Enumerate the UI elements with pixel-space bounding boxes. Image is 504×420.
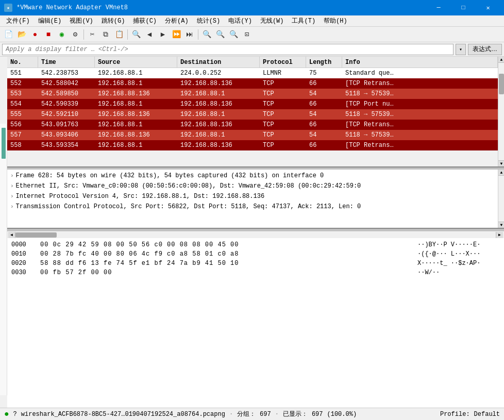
hex-bytes: 00 fb 57 2f 00 00 xyxy=(40,269,409,276)
cell-time: 542.589850 xyxy=(38,89,95,98)
menu-help[interactable]: 帮助(H) xyxy=(320,15,351,26)
minimize-button[interactable]: — xyxy=(427,0,450,15)
status-profile-name: Default xyxy=(474,411,500,418)
hex-h-scrollbar[interactable]: ◀ ▶ xyxy=(7,231,504,238)
tb-zoom-reset[interactable]: 🔍 xyxy=(227,28,240,41)
scroll-down[interactable]: ▼ xyxy=(498,160,504,166)
h-scroll-right[interactable]: ▶ xyxy=(496,232,503,238)
menu-wireless[interactable]: 无线(W) xyxy=(256,15,288,26)
hex-offset: 0000 xyxy=(11,241,32,248)
packet-row[interactable]: 556 543.091763 192.168.88.1 192.168.88.1… xyxy=(7,120,498,130)
tb-new[interactable]: 📄 xyxy=(2,28,14,41)
tb-resize[interactable]: ⊡ xyxy=(241,28,253,41)
menu-file[interactable]: 文件(F) xyxy=(2,15,34,26)
scroll-up[interactable]: ▲ xyxy=(498,57,504,63)
cell-len: 66 xyxy=(306,78,342,88)
tb-jump-end[interactable]: ⏭ xyxy=(183,28,196,41)
tb-zoom-in[interactable]: 🔍 xyxy=(200,28,213,41)
status-sep-1: · xyxy=(229,411,233,418)
cell-src: 192.168.88.1 xyxy=(95,140,177,150)
maximize-button[interactable]: □ xyxy=(451,0,475,15)
status-displayed-label: 已显示： xyxy=(283,410,308,418)
tb-cut[interactable]: ✂ xyxy=(86,28,98,41)
tb-save[interactable]: ● xyxy=(29,28,41,41)
cell-no: 554 xyxy=(7,99,38,109)
header-no: No. xyxy=(7,57,38,68)
close-button[interactable]: ✕ xyxy=(476,0,500,15)
detail-row[interactable]: › Ethernet II, Src: Vmware_c0:00:08 (00:… xyxy=(9,181,497,191)
cell-info: 5118 → 57539… xyxy=(342,130,498,140)
cell-proto: LLMNR xyxy=(260,68,306,78)
detail-scrollbar[interactable]: ▲ ▼ xyxy=(498,170,504,228)
cell-no: 558 xyxy=(7,140,38,150)
header-proto: Protocol xyxy=(260,57,306,68)
cell-time: 542.238753 xyxy=(38,68,95,78)
detail-scroll-up[interactable]: ▲ xyxy=(498,170,504,176)
cell-dst: 192.168.88.136 xyxy=(177,99,260,109)
cell-info: [TCP Retrans… xyxy=(342,78,498,88)
packet-row[interactable]: 555 542.592110 192.168.88.136 192.168.88… xyxy=(7,109,498,120)
tb-back[interactable]: ◀ xyxy=(143,28,156,41)
tb-reload[interactable]: ◉ xyxy=(56,28,68,41)
status-icon-record: ● xyxy=(4,410,9,419)
cell-no: 556 xyxy=(7,120,38,129)
h-scroll-left[interactable]: ◀ xyxy=(8,232,15,238)
menu-stats[interactable]: 统计(S) xyxy=(193,15,225,26)
hex-offset: 0020 xyxy=(11,260,32,267)
packet-row[interactable]: 554 542.590339 192.168.88.1 192.168.88.1… xyxy=(7,99,498,109)
cell-proto: TCP xyxy=(260,130,306,140)
hex-row: 0030 00 fb 57 2f 00 00 ··W/·· xyxy=(11,268,500,277)
packet-rows: 551 542.238753 192.168.88.1 224.0.0.252 … xyxy=(7,68,504,150)
title-bar-left: ★ *VMware Network Adapter VMnet8 xyxy=(4,4,128,12)
menu-view[interactable]: 视图(V) xyxy=(65,15,97,26)
tb-jump[interactable]: ⏩ xyxy=(170,28,182,41)
status-packets-total: 697 xyxy=(260,411,271,418)
tb-forward[interactable]: ▶ xyxy=(157,28,169,41)
cell-dst: 192.168.88.1 xyxy=(177,109,260,119)
cell-src: 192.168.88.1 xyxy=(95,120,177,129)
tb-open[interactable]: 📂 xyxy=(15,28,28,41)
filter-bar: ▾ 表达式… xyxy=(0,42,504,57)
filter-dropdown[interactable]: ▾ xyxy=(456,44,466,55)
header-len: Length xyxy=(306,57,342,68)
filter-expr-button[interactable]: 表达式… xyxy=(468,44,502,55)
status-displayed-pct: (100.0%) xyxy=(327,411,357,418)
cell-info: Standard que… xyxy=(342,68,498,78)
cell-dst: 192.168.88.1 xyxy=(177,130,260,140)
menu-jump[interactable]: 跳转(G) xyxy=(97,15,129,26)
menu-phone[interactable]: 电话(Y) xyxy=(224,15,256,26)
menu-tools[interactable]: 工具(T) xyxy=(288,15,320,26)
tb-settings[interactable]: ⚙ xyxy=(69,28,81,41)
packet-row[interactable]: 552 542.588042 192.168.88.1 192.168.88.1… xyxy=(7,78,498,89)
cell-no: 553 xyxy=(7,89,38,98)
detail-row[interactable]: › Frame 628: 54 bytes on wire (432 bits)… xyxy=(9,171,497,181)
tb-close[interactable]: ■ xyxy=(42,28,55,41)
detail-row[interactable]: › Transmission Control Protocol, Src Por… xyxy=(9,201,497,212)
hex-bytes: 00 0c 29 42 59 08 00 50 56 c0 00 08 08 0… xyxy=(40,241,409,248)
packet-row[interactable]: 551 542.238753 192.168.88.1 224.0.0.252 … xyxy=(7,68,498,78)
tb-zoom-out[interactable]: 🔍 xyxy=(214,28,226,41)
tb-paste[interactable]: 📋 xyxy=(113,28,125,41)
expand-arrow: › xyxy=(10,193,14,199)
cell-time: 542.588042 xyxy=(38,78,95,88)
window-title: *VMware Network Adapter VMnet8 xyxy=(16,4,128,11)
tb-copy[interactable]: ⧉ xyxy=(99,28,112,41)
tb-find[interactable]: 🔍 xyxy=(130,28,142,41)
detail-text: Internet Protocol Version 4, Src: 192.16… xyxy=(16,193,264,200)
status-icon-info: ? xyxy=(13,411,17,418)
packet-row[interactable]: 558 543.593354 192.168.88.1 192.168.88.1… xyxy=(7,140,498,150)
packet-list-scrollbar[interactable]: ▲ ▼ xyxy=(498,57,504,166)
detail-row[interactable]: › Internet Protocol Version 4, Src: 192.… xyxy=(9,191,497,201)
hex-ascii: X·····t_ ··$z·AP· xyxy=(417,260,500,267)
menu-capture[interactable]: 捕获(C) xyxy=(129,15,161,26)
menu-analyze[interactable]: 分析(A) xyxy=(161,15,193,26)
filter-input[interactable] xyxy=(2,44,453,55)
menu-edit[interactable]: 编辑(E) xyxy=(34,15,66,26)
cell-time: 543.091763 xyxy=(38,120,95,129)
cell-dst: 192.168.88.136 xyxy=(177,120,260,129)
expand-arrow: › xyxy=(10,183,14,189)
packet-row[interactable]: 557 543.093406 192.168.88.136 192.168.88… xyxy=(7,130,498,140)
cell-info: [TCP Retrans… xyxy=(342,120,498,129)
packet-row[interactable]: 553 542.589850 192.168.88.136 192.168.88… xyxy=(7,89,498,99)
detail-scroll-down[interactable]: ▼ xyxy=(498,222,504,228)
